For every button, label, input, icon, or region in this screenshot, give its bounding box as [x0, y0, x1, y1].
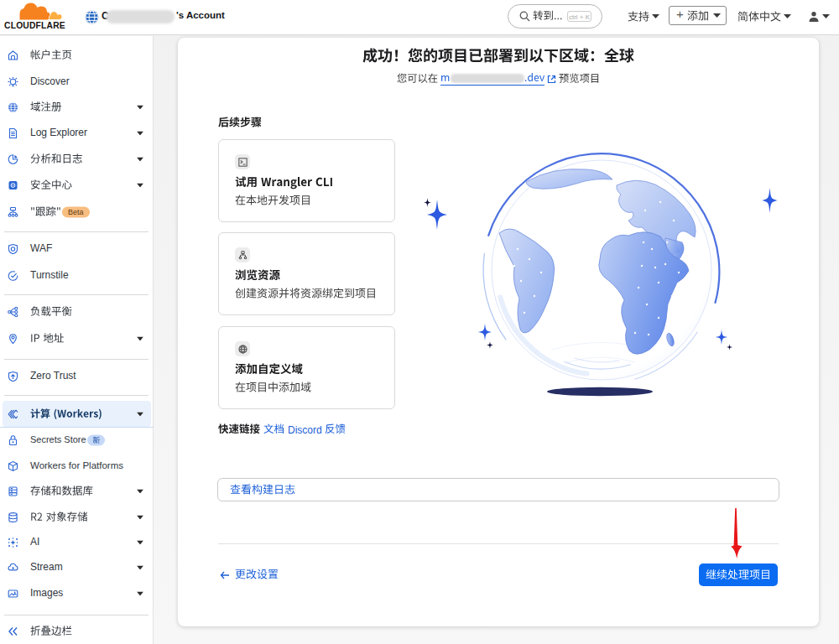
svg-text:CLOUDFLARE: CLOUDFLARE — [4, 21, 65, 30]
